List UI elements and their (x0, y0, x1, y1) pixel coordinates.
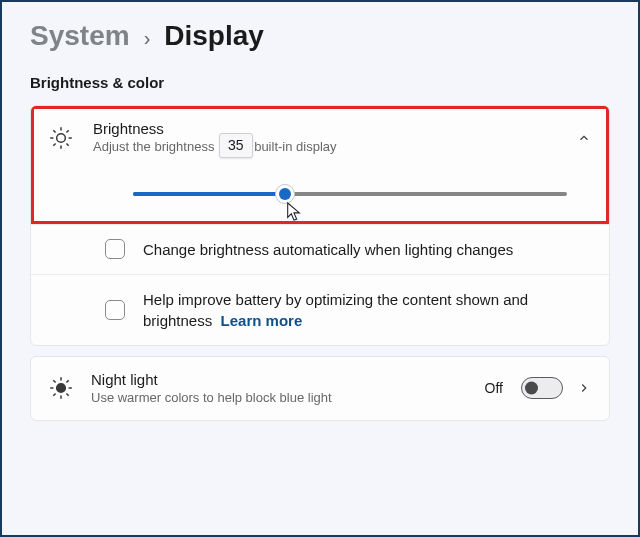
learn-more-link[interactable]: Learn more (221, 312, 303, 329)
brightness-title: Brightness (93, 120, 561, 137)
svg-line-6 (66, 143, 68, 145)
night-light-group: Night light Use warmer colors to help bl… (30, 356, 610, 422)
night-light-row[interactable]: Night light Use warmer colors to help bl… (31, 357, 609, 421)
chevron-up-icon[interactable] (577, 131, 591, 145)
night-light-subtitle: Use warmer colors to help block blue lig… (91, 389, 471, 407)
brightness-group: Brightness Adjust the brightness 35 buil… (30, 105, 610, 346)
svg-line-8 (66, 130, 68, 132)
breadcrumb: System › Display (30, 20, 610, 52)
svg-point-0 (57, 133, 66, 142)
svg-line-5 (53, 130, 55, 132)
brightness-slider[interactable] (133, 192, 567, 196)
auto-brightness-label: Change brightness automatically when lig… (143, 239, 591, 260)
chevron-right-icon[interactable] (577, 381, 591, 395)
svg-point-9 (57, 384, 66, 393)
auto-brightness-row: Change brightness automatically when lig… (31, 225, 609, 275)
svg-line-14 (53, 381, 55, 383)
svg-line-16 (53, 394, 55, 396)
night-light-state: Off (485, 380, 503, 396)
battery-optimize-row: Help improve battery by optimizing the c… (31, 275, 609, 345)
svg-line-15 (66, 394, 68, 396)
night-light-icon (48, 375, 74, 401)
svg-line-7 (53, 143, 55, 145)
section-title: Brightness & color (30, 74, 610, 91)
night-light-title: Night light (91, 371, 471, 388)
auto-brightness-checkbox[interactable] (105, 239, 125, 259)
battery-optimize-label: Help improve battery by optimizing the c… (143, 289, 591, 331)
brightness-row: Brightness Adjust the brightness 35 buil… (31, 106, 609, 225)
cursor-icon (285, 201, 303, 223)
night-light-toggle[interactable] (521, 377, 563, 399)
slider-thumb[interactable] (275, 184, 295, 204)
night-light-icon-slot (45, 375, 77, 401)
brightness-subtitle: Adjust the brightness 35 built-in displa… (93, 138, 561, 156)
breadcrumb-current: Display (164, 20, 264, 52)
battery-optimize-checkbox[interactable] (105, 300, 125, 320)
brightness-icon-slot (45, 125, 77, 151)
sun-icon (48, 125, 74, 151)
breadcrumb-separator: › (144, 27, 151, 50)
brightness-value-tooltip: 35 (219, 133, 253, 158)
svg-line-17 (66, 381, 68, 383)
breadcrumb-parent[interactable]: System (30, 20, 130, 52)
